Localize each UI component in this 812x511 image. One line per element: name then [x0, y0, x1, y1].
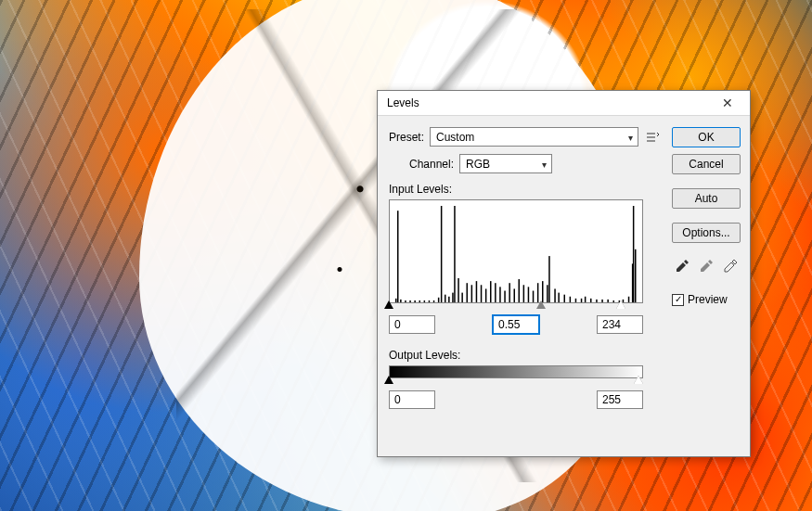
svg-rect-18	[467, 283, 469, 302]
svg-rect-39	[564, 295, 566, 302]
eyedropper-icon	[675, 259, 690, 274]
preset-dropdown[interactable]: Custom ▾	[430, 127, 638, 147]
svg-rect-36	[548, 256, 550, 302]
output-black-handle[interactable]	[384, 376, 393, 384]
input-levels-label: Input Levels:	[389, 183, 661, 196]
svg-rect-11	[441, 206, 443, 302]
eyedropper-icon	[723, 259, 738, 274]
check-icon: ✓	[675, 295, 682, 304]
white-point-eyedropper[interactable]	[721, 257, 740, 275]
chevron-down-icon: ▾	[628, 132, 633, 142]
dialog-titlebar[interactable]: Levels ✕	[378, 91, 750, 116]
svg-rect-14	[452, 293, 454, 302]
svg-rect-17	[461, 293, 463, 302]
svg-rect-27	[509, 283, 510, 302]
svg-rect-16	[458, 278, 459, 302]
svg-rect-25	[499, 287, 501, 302]
svg-rect-28	[514, 288, 516, 302]
preset-menu-button[interactable]	[644, 129, 661, 146]
input-slider-track[interactable]	[389, 302, 643, 312]
eyedropper-icon	[699, 259, 714, 274]
svg-rect-29	[519, 279, 521, 302]
preset-value: Custom	[436, 131, 474, 144]
svg-rect-1	[397, 211, 399, 302]
output-white-handle[interactable]	[634, 376, 643, 384]
preset-label: Preset:	[389, 131, 424, 144]
gray-point-eyedropper[interactable]	[697, 257, 715, 275]
dialog-title: Levels	[387, 96, 709, 109]
input-black-field[interactable]: 0	[389, 315, 435, 334]
black-point-eyedropper[interactable]	[673, 257, 691, 275]
svg-rect-22	[485, 288, 487, 302]
svg-rect-33	[537, 283, 539, 302]
options-button[interactable]: Options...	[672, 223, 741, 243]
svg-rect-26	[504, 291, 506, 302]
chevron-down-icon: ▾	[542, 159, 547, 169]
svg-rect-19	[471, 285, 473, 302]
channel-label: Channel:	[409, 158, 454, 171]
close-icon: ✕	[722, 96, 733, 110]
auto-button[interactable]: Auto	[672, 188, 741, 209]
svg-rect-35	[547, 285, 548, 302]
input-white-handle[interactable]	[616, 300, 625, 309]
svg-rect-15	[454, 206, 456, 302]
svg-rect-32	[533, 291, 535, 302]
svg-rect-37	[554, 288, 556, 302]
input-gamma-field[interactable]: 0.55	[493, 315, 539, 334]
svg-rect-54	[635, 249, 637, 302]
preview-label: Preview	[688, 293, 728, 306]
output-black-field[interactable]: 0	[389, 390, 435, 409]
svg-rect-30	[523, 285, 525, 302]
svg-rect-20	[476, 281, 478, 302]
levels-dialog: Levels ✕ Preset: Custom ▾ Channel:	[377, 90, 751, 457]
output-levels-label: Output Levels:	[389, 349, 661, 362]
svg-rect-12	[445, 295, 446, 302]
output-white-field[interactable]: 255	[597, 390, 643, 409]
menu-icon	[646, 131, 659, 144]
svg-rect-24	[495, 283, 496, 302]
preview-checkbox[interactable]: ✓	[672, 294, 684, 306]
svg-rect-34	[542, 281, 544, 302]
channel-dropdown[interactable]: RGB ▾	[459, 154, 552, 173]
histogram[interactable]	[389, 199, 643, 303]
input-gamma-handle[interactable]	[536, 300, 546, 309]
input-white-field[interactable]: 234	[597, 315, 643, 334]
svg-rect-31	[528, 287, 530, 302]
channel-value: RGB	[466, 158, 490, 171]
ok-button[interactable]: OK	[672, 127, 741, 147]
close-button[interactable]: ✕	[709, 91, 746, 115]
output-gradient[interactable]	[389, 365, 643, 378]
cancel-button[interactable]: Cancel	[672, 154, 741, 174]
svg-rect-53	[633, 206, 635, 302]
svg-rect-21	[481, 285, 483, 302]
histogram-chart	[395, 206, 637, 302]
output-slider-track[interactable]	[389, 377, 643, 387]
input-black-handle[interactable]	[384, 300, 393, 309]
svg-rect-23	[490, 281, 492, 302]
svg-rect-38	[558, 293, 560, 302]
